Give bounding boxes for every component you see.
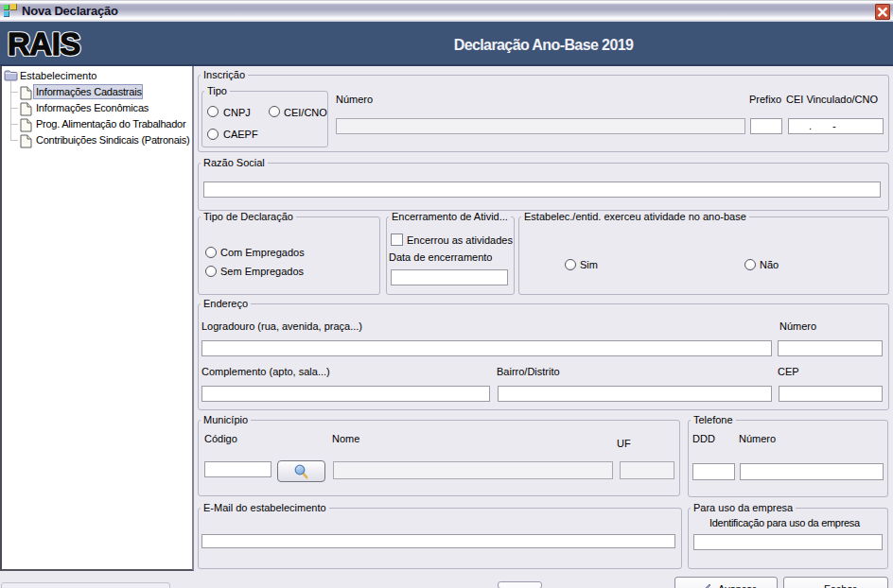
svg-text:RAIS: RAIS <box>8 27 80 60</box>
